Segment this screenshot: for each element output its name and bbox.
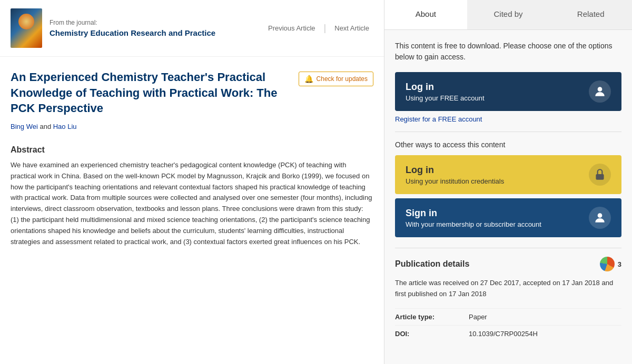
article-nav: Previous Article | Next Article xyxy=(264,22,373,34)
journal-label: From the journal: xyxy=(50,19,264,26)
abstract-text: We have examined an experienced chemistr… xyxy=(11,160,373,247)
check-updates-label: Check for updates xyxy=(317,75,368,83)
doi-label: DOI: xyxy=(395,330,469,338)
sign-in-card-text: Sign in With your membership or subscrib… xyxy=(406,208,541,228)
altmetric-score: 3 xyxy=(618,260,621,268)
authors-line: Bing Wei and Hao Liu xyxy=(11,123,373,130)
login-institution-card[interactable]: Log in Using your institution credential… xyxy=(395,155,621,194)
article-header: From the journal: Chemistry Education Re… xyxy=(0,0,384,57)
title-row: An Experienced Chemistry Teacher's Pract… xyxy=(11,69,373,116)
abstract-section: Abstract We have examined an experienced… xyxy=(0,139,384,258)
doi-value: 10.1039/C7RP00254H xyxy=(469,330,538,338)
tab-about[interactable]: About xyxy=(384,0,467,29)
right-content: This content is free to download. Please… xyxy=(384,30,632,352)
author-hao-liu[interactable]: Hao Liu xyxy=(53,123,77,130)
altmetric-badge: 3 xyxy=(600,257,621,271)
sign-in-card[interactable]: Sign in With your membership or subscrib… xyxy=(395,198,621,237)
check-updates-block: 🔔 Check for updates xyxy=(293,72,373,86)
article-title: An Experienced Chemistry Teacher's Pract… xyxy=(11,70,277,115)
access-intro-text: This content is free to download. Please… xyxy=(395,41,621,63)
journal-name: Chemistry Education Research and Practic… xyxy=(50,28,264,37)
check-updates-button[interactable]: 🔔 Check for updates xyxy=(299,72,373,86)
login-institution-card-text: Log in Using your institution credential… xyxy=(406,165,504,185)
lock-icon xyxy=(589,164,611,186)
login-free-card[interactable]: Log in Using your FREE account xyxy=(395,72,621,111)
publication-details-section: Publication details 3 The article was re… xyxy=(395,248,621,342)
pub-received-text: The article was received on 27 Dec 2017,… xyxy=(395,278,621,300)
tab-related[interactable]: Related xyxy=(549,0,632,29)
journal-info: From the journal: Chemistry Education Re… xyxy=(50,19,264,37)
other-ways-label: Other ways to access this content xyxy=(395,132,621,149)
pub-detail-doi: DOI: 10.1039/C7RP00254H xyxy=(395,325,621,342)
login-free-title: Log in xyxy=(406,82,485,93)
right-panel: About Cited by Related This content is f… xyxy=(384,0,632,364)
pub-details-title: Publication details xyxy=(395,259,469,269)
tabs-bar: About Cited by Related xyxy=(384,0,632,30)
article-type-label: Article type: xyxy=(395,313,469,321)
login-institution-title: Log in xyxy=(406,165,504,176)
next-article-link[interactable]: Next Article xyxy=(330,22,373,34)
svg-rect-1 xyxy=(596,174,604,180)
abstract-heading: Abstract xyxy=(11,145,373,155)
article-type-value: Paper xyxy=(469,313,487,321)
sign-in-person-icon xyxy=(589,207,611,229)
login-institution-subtitle: Using your institution credentials xyxy=(406,177,504,185)
sign-in-title: Sign in xyxy=(406,208,541,219)
pub-detail-article-type: Article type: Paper xyxy=(395,308,621,325)
nav-divider: | xyxy=(324,23,327,34)
author-separator: and xyxy=(39,123,53,130)
prev-article-link[interactable]: Previous Article xyxy=(264,22,320,34)
login-free-card-text: Log in Using your FREE account xyxy=(406,82,485,102)
title-text-block: An Experienced Chemistry Teacher's Pract… xyxy=(11,69,286,116)
author-bing-wei[interactable]: Bing Wei xyxy=(11,123,38,130)
register-free-link[interactable]: Register for a FREE account xyxy=(395,115,621,123)
altmetric-donut xyxy=(600,257,615,271)
svg-point-2 xyxy=(598,213,603,218)
sign-in-subtitle: With your membership or subscriber accou… xyxy=(406,220,541,228)
article-title-section: An Experienced Chemistry Teacher's Pract… xyxy=(0,57,384,139)
login-free-icon xyxy=(589,80,611,103)
svg-point-0 xyxy=(598,87,603,92)
tab-cited-by[interactable]: Cited by xyxy=(467,0,550,29)
bell-icon: 🔔 xyxy=(304,75,313,83)
login-free-subtitle: Using your FREE account xyxy=(406,94,485,102)
left-panel: From the journal: Chemistry Education Re… xyxy=(0,0,384,364)
journal-cover xyxy=(11,8,42,48)
pub-details-header: Publication details 3 xyxy=(395,257,621,271)
